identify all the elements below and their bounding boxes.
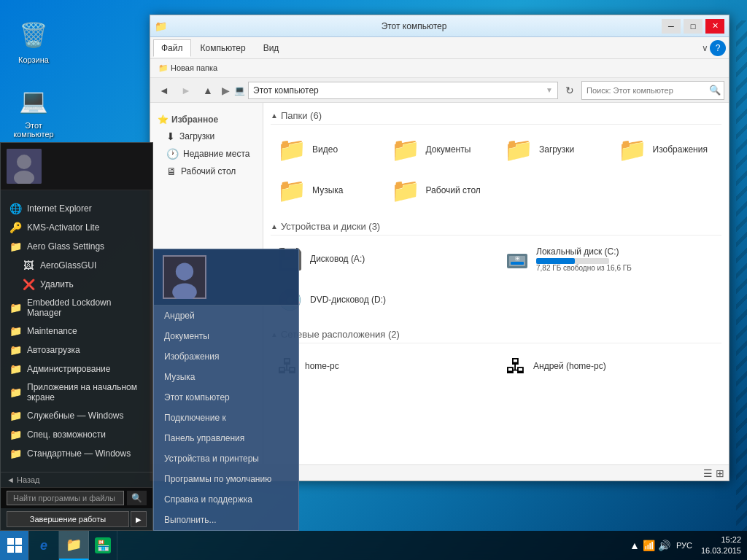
window-maximize-button[interactable]: □: [684, 19, 703, 34]
sidebar-item-recent[interactable]: 🕐 Недавние места: [150, 145, 263, 163]
help-button[interactable]: ?: [710, 40, 726, 56]
address-dropdown-icon: ▼: [546, 86, 553, 94]
device-c-drive[interactable]: ⊞ Локальный диск (C:) 7,82 ГБ свободно и…: [499, 241, 721, 277]
tray-show-hidden-button[interactable]: ▲: [630, 540, 640, 551]
taskbar-item-store[interactable]: 🏪: [89, 531, 117, 560]
menu-tab-computer[interactable]: Компьютер: [193, 39, 254, 57]
view-details-button[interactable]: ☰: [703, 467, 713, 479]
user-menu-run[interactable]: Выполнить...: [154, 510, 298, 530]
window-minimize-button[interactable]: ─: [662, 19, 681, 34]
menu-tab-file[interactable]: Файл: [153, 39, 191, 57]
start-user-avatar[interactable]: [7, 149, 42, 184]
nav-separator: ▶: [222, 85, 230, 96]
sidebar-item-downloads[interactable]: ⬇ Загрузки: [150, 128, 263, 145]
start-item-delete[interactable]: ❌ Удалить: [1, 275, 152, 294]
user-menu-connect[interactable]: Подключение к: [154, 408, 298, 428]
dvd-info: DVD-дисковод (D:): [310, 295, 386, 306]
user-menu-devices[interactable]: Устройства и принтеры: [154, 448, 298, 469]
start-shutdown-row: Завершение работы ▶: [1, 508, 152, 530]
folders-grid: 📁 Видео 📁 Документы 📁 Загрузки 📁 Изображ…: [271, 131, 721, 209]
downloads-icon: ⬇: [166, 131, 175, 142]
recycle-bin-icon: 🗑️: [16, 18, 51, 52]
folder-item-desktop[interactable]: 📁 Рабочий стол: [384, 171, 495, 209]
start-search-input[interactable]: [7, 491, 124, 505]
ie-icon: 🌐: [9, 203, 21, 214]
start-back-button[interactable]: ◄ Назад: [7, 475, 39, 484]
desktop-icon-computer[interactable]: 💻 Этоткомпьютер: [7, 80, 60, 141]
start-shutdown-arrow-button[interactable]: ▶: [131, 511, 147, 527]
help-chevron-button[interactable]: ∨: [702, 43, 708, 53]
refresh-button[interactable]: ↻: [561, 82, 578, 99]
user-menu-andrei[interactable]: Андрей: [154, 306, 298, 326]
start-bottom-bar: 🔍: [1, 487, 152, 508]
svg-rect-11: [15, 538, 22, 545]
start-menu-user-section: [1, 143, 152, 190]
folder-item-downloads[interactable]: 📁 Загрузки: [498, 131, 608, 168]
start-item-windows-utils[interactable]: 📁 Служебные — Windows: [1, 406, 152, 425]
autoload-icon: 📁: [9, 344, 21, 356]
menu-tab-view[interactable]: Вид: [255, 39, 287, 57]
user-menu-music[interactable]: Музыка: [154, 367, 298, 387]
nav-forward-button[interactable]: ►: [177, 82, 196, 99]
tray-language[interactable]: РУС: [673, 540, 695, 551]
user-menu-defaults[interactable]: Программы по умолчанию: [154, 469, 298, 489]
start-search-button[interactable]: 🔍: [127, 491, 147, 505]
ie-taskbar-icon: e: [35, 537, 53, 554]
start-item-ie[interactable]: 🌐 Internet Explorer: [1, 199, 152, 218]
desktop-icon-sidebar: 🖥: [166, 166, 177, 177]
start-item-autoload[interactable]: 📁 Автозагрузка: [1, 341, 152, 359]
user-menu-documents[interactable]: Документы: [154, 326, 298, 346]
nav-back-button[interactable]: ◄: [155, 82, 174, 99]
device-dvd[interactable]: 💿 DVD-дисковод (D:): [271, 283, 493, 317]
taskbar-item-explorer[interactable]: 📁: [59, 531, 89, 560]
start-shutdown-button[interactable]: Завершение работы: [7, 511, 129, 527]
documents-folder-icon: 📁: [391, 136, 420, 163]
start-item-aero-glass[interactable]: 📁 Aero Glass Settings: [1, 237, 152, 256]
nav-up-button[interactable]: ▲: [198, 82, 217, 99]
folder-item-images[interactable]: 📁 Изображения: [611, 131, 722, 168]
user-menu-images[interactable]: Изображения: [154, 346, 298, 367]
folder-item-music[interactable]: 📁 Музыка: [271, 171, 382, 209]
delete-icon: ❌: [23, 279, 34, 290]
user-avatar-large: [163, 255, 206, 299]
start-item-special[interactable]: 📁 Спец. возможности: [1, 425, 152, 444]
sidebar-item-desktop[interactable]: 🖥 Рабочий стол: [150, 163, 263, 180]
tray-clock[interactable]: 15:22 16.03.2015: [695, 534, 747, 557]
desktop-icon-recycle-bin[interactable]: 🗑️ Корзина: [7, 15, 60, 67]
start-item-kms[interactable]: 🔑 KMS-Activator Lite: [1, 218, 152, 237]
start-item-admin[interactable]: 📁 Администрирование: [1, 359, 152, 378]
network-homepc[interactable]: 🖧 home-pc: [271, 349, 493, 384]
c-drive-info: Локальный диск (C:) 7,82 ГБ свободно из …: [536, 246, 632, 272]
start-item-windows-std[interactable]: 📁 Стандартные — Windows: [1, 444, 152, 463]
view-tiles-button[interactable]: ⊞: [716, 467, 724, 479]
address-bar[interactable]: Этот компьютер ▼: [248, 82, 558, 99]
start-item-maintenance[interactable]: 📁 Maintenance: [1, 322, 152, 341]
window-titlebar: 📁 Этот компьютер ─ □ ✕: [150, 15, 729, 37]
folder-item-documents[interactable]: 📁 Документы: [384, 131, 495, 168]
special-icon: 📁: [9, 429, 21, 440]
tray-volume-icon: 🔊: [658, 540, 670, 551]
start-item-lockdown[interactable]: 📁 Embedded Lockdown Manager: [1, 294, 152, 322]
sidebar-favorites-header[interactable]: ⭐ Избранное: [150, 112, 263, 128]
network-homepc-info: home-pc: [305, 361, 339, 373]
user-menu-this-pc[interactable]: Этот компьютер: [154, 387, 298, 408]
taskbar-start-button[interactable]: [0, 531, 29, 560]
device-floppy[interactable]: 💾 Дисковод (A:): [271, 241, 493, 277]
start-item-aero-glass-gui[interactable]: 🖼 AeroGlassGUI: [1, 256, 152, 275]
address-text: Этот компьютер: [253, 85, 319, 96]
window-close-button[interactable]: ✕: [705, 19, 724, 34]
taskbar-item-ie[interactable]: e: [29, 531, 59, 560]
system-tray: ▲ 📶 🔊: [627, 540, 673, 551]
user-menu-help[interactable]: Справка и поддержка: [154, 489, 298, 510]
network-andrei-homepc[interactable]: 🖧 Андрей (home-pc): [499, 349, 721, 384]
window-nav-bar: ◄ ► ▲ ▶ 💻 Этот компьютер ▼ ↻ 🔍: [150, 78, 729, 103]
search-button[interactable]: 🔍: [706, 85, 724, 96]
folder-item-video[interactable]: 📁 Видео: [271, 131, 382, 168]
user-menu-control-panel[interactable]: Панель управления: [154, 428, 298, 448]
quick-access-bar: 📁 Новая папка: [150, 59, 729, 78]
devices-grid: 💾 Дисковод (A:) ⊞: [271, 241, 721, 317]
start-item-startscreen-apps[interactable]: 📁 Приложения на начальном экране: [1, 378, 152, 406]
qa-new-folder-button[interactable]: 📁 Новая папка: [153, 61, 222, 76]
desktop: 🗑️ Корзина 💻 Этоткомпьютер 📁 Этот компью…: [0, 0, 747, 560]
search-input[interactable]: [582, 82, 706, 99]
